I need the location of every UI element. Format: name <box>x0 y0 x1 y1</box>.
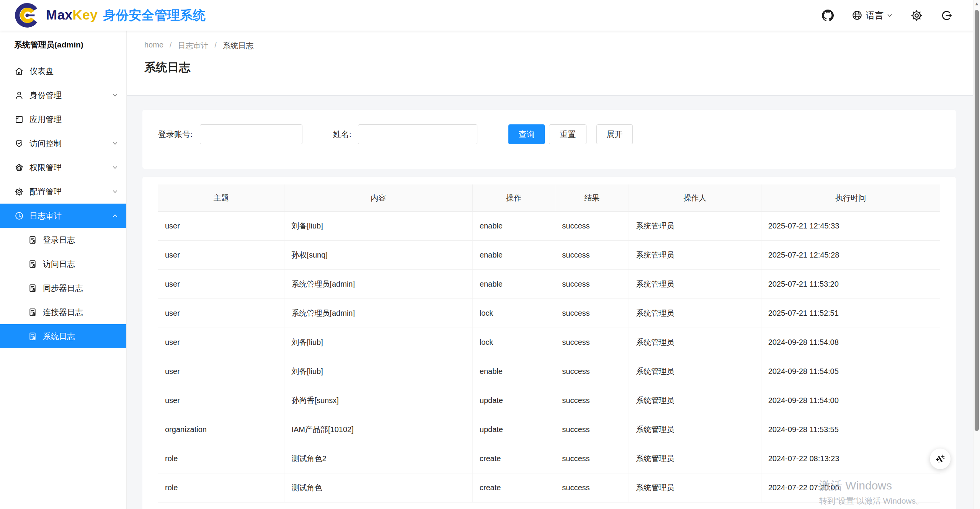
table-cell: success <box>555 444 629 473</box>
language-label: 语言 <box>866 10 884 21</box>
settings-gear-icon[interactable] <box>910 9 923 22</box>
table-cell: 孙尚香[sunsx] <box>284 386 472 415</box>
sidebar-subitem[interactable]: 系统日志 <box>0 324 126 348</box>
table-header-cell: 内容 <box>284 184 472 212</box>
table-cell: 2024-07-22 07:20:00 <box>761 473 940 502</box>
table-cell: success <box>555 473 629 502</box>
table-row: user系统管理员[admin]enablesuccess系统管理员2025-0… <box>158 270 940 299</box>
sidebar-item[interactable]: 配置管理 <box>0 179 126 204</box>
sidebar-item[interactable]: 访问控制 <box>0 131 126 155</box>
sidebar-item-label: 应用管理 <box>29 114 62 125</box>
table-cell: 2024-07-22 08:13:23 <box>761 444 940 473</box>
sidebar-item-label: 配置管理 <box>29 186 62 197</box>
table-cell: user <box>158 386 284 415</box>
table-cell: 测试角色 <box>284 473 472 502</box>
sidebar-subitem[interactable]: 连接器日志 <box>0 300 126 324</box>
table-cell: 2024-09-28 11:54:05 <box>761 357 940 386</box>
breadcrumb-item[interactable]: home <box>144 41 163 51</box>
table-cell: user <box>158 212 284 241</box>
shield-icon <box>14 139 24 148</box>
table-cell: enable <box>472 357 555 386</box>
chevron-down-icon <box>112 165 118 170</box>
brand-home-link[interactable]: MaxKey身份安全管理系统 <box>13 2 206 29</box>
window-scrollbar[interactable]: ▲ <box>973 0 980 509</box>
table-header-cell: 主题 <box>158 184 284 212</box>
table-cell: 测试角色2 <box>284 444 472 473</box>
chevron-down-icon <box>112 92 118 98</box>
login-account-label: 登录账号: <box>158 124 193 144</box>
language-menu[interactable]: 语言 <box>851 10 893 21</box>
table-cell: role <box>158 444 284 473</box>
brand-title: MaxKey身份安全管理系统 <box>46 7 206 24</box>
table-cell: 系统管理员 <box>629 415 761 444</box>
sidebar-item[interactable]: 应用管理 <box>0 107 126 131</box>
sidebar-subitem[interactable]: 访问日志 <box>0 252 126 276</box>
person-icon <box>14 90 24 100</box>
breadcrumb-item[interactable]: 日志审计 <box>178 41 209 51</box>
filter-card: 登录账号: 姓名: 查询 重置 展开 <box>142 110 956 169</box>
github-icon[interactable] <box>822 10 834 21</box>
table-row: user刘备[liub]locksuccess系统管理员2024-09-28 1… <box>158 328 940 357</box>
sidebar-item[interactable]: 身份管理 <box>0 83 126 107</box>
chevron-down-icon <box>112 140 118 146</box>
table-row: user孙权[sunq]enablesuccess系统管理员2025-07-21… <box>158 241 940 270</box>
table-cell: 2025-07-21 12:45:33 <box>761 212 940 241</box>
table-cell: 2025-07-21 11:53:20 <box>761 270 940 299</box>
table-cell: 2024-09-28 11:54:00 <box>761 386 940 415</box>
table-cell: create <box>472 444 555 473</box>
table-cell: success <box>555 415 629 444</box>
login-account-input[interactable] <box>200 124 302 144</box>
table-row: organizationIAM产品部[10102]updatesuccess系统… <box>158 415 940 444</box>
table-cell: lock <box>472 328 555 357</box>
table-cell: 孙权[sunq] <box>284 241 472 270</box>
table-row: user刘备[liub]enablesuccess系统管理员2024-09-28… <box>158 357 940 386</box>
table-cell: enable <box>472 212 555 241</box>
search-button[interactable]: 查询 <box>508 124 545 144</box>
sidebar-item[interactable]: 权限管理 <box>0 155 126 179</box>
breadcrumb: home/日志审计/系统日志 <box>144 41 253 51</box>
brand-suffix: 身份安全管理系统 <box>103 8 206 22</box>
page-header: home/日志审计/系统日志 系统日志 <box>126 31 973 96</box>
logout-icon[interactable] <box>941 10 952 21</box>
table-header-cell: 操作人 <box>629 184 761 212</box>
scrollbar-up-arrow[interactable]: ▲ <box>973 1 980 7</box>
sidebar: 系统管理员(admin) 仪表盘身份管理应用管理访问控制权限管理配置管理日志审计… <box>0 31 127 509</box>
table-cell: user <box>158 241 284 270</box>
table-cell: success <box>555 328 629 357</box>
table-cell: user <box>158 328 284 357</box>
table-cell: 系统管理员 <box>629 241 761 270</box>
audit-log-icon <box>28 283 38 293</box>
table-cell: enable <box>472 241 555 270</box>
brand-max: Max <box>46 7 73 22</box>
sidebar-item-label: 系统日志 <box>43 331 75 342</box>
sidebar-subitem[interactable]: 登录日志 <box>0 228 126 252</box>
sidebar-item[interactable]: 仪表盘 <box>0 59 126 83</box>
table-cell: success <box>555 299 629 328</box>
pentagon-icon <box>14 163 24 173</box>
audit-log-icon <box>28 259 38 269</box>
table-cell: success <box>555 386 629 415</box>
app-icon <box>14 114 24 124</box>
table-cell: user <box>158 299 284 328</box>
maxkey-logo-icon <box>13 1 41 29</box>
sidebar-item[interactable]: 日志审计 <box>0 204 126 228</box>
table-row: role测试角色2createsuccess系统管理员2024-07-22 08… <box>158 444 940 473</box>
sidebar-item-label: 访问控制 <box>29 138 62 149</box>
magic-wand-button[interactable] <box>930 449 951 469</box>
table-cell: 刘备[liub] <box>284 357 472 386</box>
magic-wand-icon <box>934 453 946 465</box>
table-cell: 刘备[liub] <box>284 212 472 241</box>
table-cell: user <box>158 357 284 386</box>
reset-button[interactable]: 重置 <box>549 124 586 144</box>
table-header-cell: 操作 <box>472 184 555 212</box>
scrollbar-thumb[interactable] <box>975 10 979 431</box>
sidebar-menu: 仪表盘身份管理应用管理访问控制权限管理配置管理日志审计登录日志访问日志同步器日志… <box>0 59 126 348</box>
table-card: 主题内容操作结果操作人执行时间 user刘备[liub]enablesucces… <box>142 177 956 509</box>
expand-button[interactable]: 展开 <box>596 124 633 144</box>
sidebar-item-label: 日志审计 <box>29 210 62 221</box>
chevron-up-icon <box>112 213 118 219</box>
name-input[interactable] <box>358 124 477 144</box>
home-icon <box>14 66 24 76</box>
table-cell: 系统管理员 <box>629 328 761 357</box>
sidebar-subitem[interactable]: 同步器日志 <box>0 276 126 300</box>
